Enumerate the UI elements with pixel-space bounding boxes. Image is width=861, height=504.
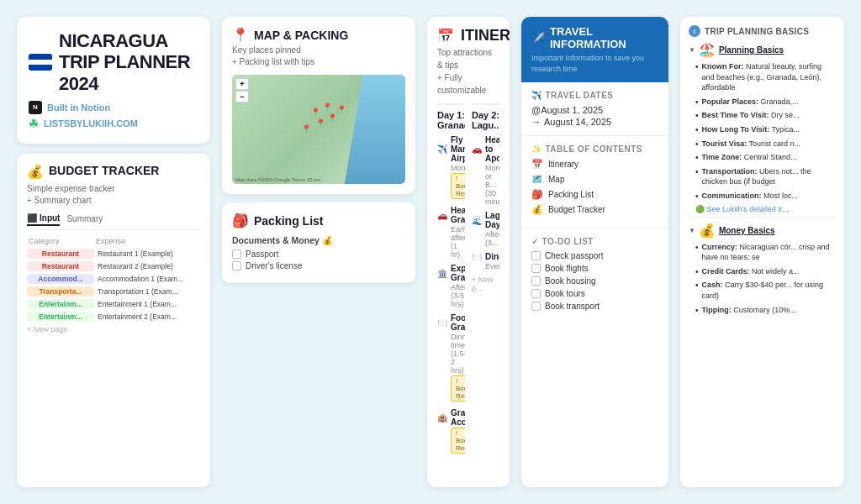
todo-checkbox[interactable] [531, 251, 541, 260]
budget-header: 💰 BUDGET TRACKER [27, 164, 200, 180]
map-pin[interactable]: 📍 [310, 108, 320, 117]
itinerary-item: 🌊 Laguna... Day Tr... Afternoon (3... [472, 211, 499, 247]
bullet-icon: • [695, 62, 699, 71]
planning-text: How Long To Visit: Typica... [702, 124, 800, 135]
itinerary-item: 🏛️ Explore Granada Afternoon (3-5 hrs) [437, 264, 465, 308]
travel-info-header: ✈️ TRAVEL INFORMATION Important Informat… [521, 17, 668, 82]
toc-item-map[interactable]: 🗺️ Map [531, 174, 658, 185]
budget-tab-summary[interactable]: Summary [66, 213, 103, 226]
itinerary-item: 🚗 Head to Granada Early afternoon (1 hr) [437, 206, 465, 259]
bullet-icon: • [695, 267, 699, 276]
nicaragua-flag-icon [29, 54, 52, 71]
expense-text: Accommodation 1 (Exam... [98, 275, 200, 283]
planning-text: Tipping: Customary (10%... [702, 305, 796, 316]
expense-text: Entertainment 2 (Exam... [98, 312, 200, 321]
todo-check-icon: ✓ [531, 237, 539, 246]
day2-column: Day 2: Lagu... 🚗 Head to Apoyo Morning o… [472, 103, 499, 487]
booking-badge: ! Booking Required [451, 375, 465, 402]
toc-map-icon: 🗺️ [531, 174, 543, 185]
travel-info-subtitle: Important Information to save you resear… [531, 53, 658, 74]
category-tag: Accommod... [27, 274, 94, 284]
date-row2: → August 14, 2025 [531, 117, 658, 127]
toc-icon: ✨ [531, 144, 542, 154]
planning-item: • Communication: Most loc... [689, 191, 836, 202]
planning-item: • Popular Places: Granada,... [689, 97, 836, 108]
budget-row: Entertainm... Entertainment 2 (Exam... [27, 312, 200, 322]
map-zoom-out-btn[interactable]: − [235, 91, 249, 102]
notion-icon: N [29, 101, 42, 114]
bullet-icon: • [695, 111, 699, 120]
triangle-icon: ▼ [689, 46, 695, 54]
toc-label: ✨ TABLE OF CONTENTS [531, 144, 658, 154]
toc-itinerary-icon: 📅 [531, 159, 543, 170]
col-category: Category [29, 237, 96, 245]
toc-section: ✨ TABLE OF CONTENTS 📅 Itinerary 🗺️ Map 🎒… [521, 136, 668, 228]
itinerary-item: ✈️ Fly to Managua Airport Morning ! Book… [437, 135, 465, 201]
map-pin[interactable]: 📍 [336, 105, 346, 114]
day2-header: Day 2: Lagu... [472, 110, 499, 130]
item-title: Explore Granada [451, 264, 465, 282]
toc-item-packing[interactable]: 🎒 Packing List [531, 189, 658, 200]
item-header: 🌊 Laguna... Day Tr... [472, 211, 499, 229]
day1-column: Day 1: Granada 5 ✈️ Fly to Managua Airpo… [437, 103, 465, 487]
todo-item-tours: Book tours [531, 289, 658, 298]
map-zoom-in-btn[interactable]: + [235, 78, 249, 90]
planning-panel: i TRIP PLANNING BASICS ▼ 🏖️ Planning Bas… [680, 17, 844, 487]
planning-item: • Best Time To Visit: Dry se... [689, 110, 836, 121]
planning-item: • Time Zone: Central Stand... [689, 152, 836, 163]
bullet-icon: • [695, 306, 699, 315]
todo-checkbox[interactable] [531, 276, 541, 286]
planning-text: Known For: Natural beauty, surfing and b… [702, 61, 836, 93]
budget-rows: Restaurant Restaurant 1 (Example) Restau… [27, 249, 200, 322]
notion-badge: N Built in Notion [29, 101, 198, 114]
map-pin[interactable]: 📍 [322, 102, 332, 112]
planning-text: Communication: Most loc... [702, 191, 799, 202]
budget-table-header: Category Expense [27, 237, 200, 245]
planning-text: Transportation: Ubers not... the chicken… [702, 166, 836, 187]
map-attribution: Map data ©2024 Google Terms 20 km [235, 177, 320, 182]
planning-basics-label: Planning Basics [719, 45, 784, 55]
map-section-header: 📍 MAP & PACKING [232, 27, 405, 43]
itinerary-title: ITINERARY [461, 27, 510, 45]
map-controls: + − [235, 78, 249, 102]
planning-text: Credit Cards: Not widely a... [702, 266, 800, 277]
day2-new-page-btn[interactable]: + New p... [472, 276, 499, 292]
item-header: 🏛️ Explore Granada [437, 264, 465, 282]
packing-category: Documents & Money 💰 [232, 235, 405, 246]
todo-checkbox[interactable] [531, 264, 541, 273]
planning-item: • How Long To Visit: Typica... [689, 124, 836, 135]
budget-panel: 💰 BUDGET TRACKER Simple expense tracker … [17, 154, 210, 487]
see-link-text: 🟢 See Lukiih's detailed tr... [695, 205, 789, 213]
see-link[interactable]: 🟢 See Lukiih's detailed tr... [689, 205, 836, 213]
todo-checkbox[interactable] [531, 289, 541, 298]
travel-info-icon: ✈️ [531, 32, 545, 45]
money-icon: 💰 [699, 223, 716, 239]
todo-label-passport: Check passport [545, 251, 603, 260]
toc-item-itinerary[interactable]: 📅 Itinerary [531, 159, 658, 170]
packing-checkbox[interactable] [232, 261, 241, 270]
planning-text: Best Time To Visit: Dry se... [702, 110, 800, 121]
item-title: Dinner [485, 252, 499, 261]
packing-header: 🎒 Packing List [232, 213, 405, 228]
packing-checkbox[interactable] [232, 249, 241, 259]
title-flag: NICARAGUA TRIP PLANNER 2024 [29, 30, 198, 94]
item-header: ✈️ Fly to Managua Airport [437, 135, 465, 163]
budget-new-page-btn[interactable]: + New page [27, 325, 200, 333]
map-pin[interactable]: 📍 [315, 118, 325, 128]
map-pin[interactable]: 📍 [301, 124, 311, 134]
packing-title: Packing List [254, 214, 323, 228]
day2-label: Day 2: Lagu... [472, 110, 499, 130]
booking-badge: ! Booking Required [451, 428, 465, 454]
clover-icon: ☘ [29, 118, 39, 130]
item-header: 🏨 Granada Accommodation [437, 408, 465, 427]
toc-item-budget[interactable]: 💰 Budget Tracker [531, 204, 658, 215]
itinerary-emoji: 📅 [437, 28, 454, 44]
todo-checkbox[interactable] [531, 302, 541, 311]
triangle-icon: ▼ [689, 227, 695, 234]
toc-itinerary-label: Itinerary [548, 160, 578, 169]
packing-item: Passport [232, 249, 405, 259]
item-header: 🍽️ Food in Granada [437, 313, 465, 332]
map-section: 📍 MAP & PACKING Key places pinned + Pack… [222, 17, 415, 194]
budget-title: BUDGET TRACKER [49, 164, 159, 177]
budget-tab-input[interactable]: ⬛ Input [27, 213, 60, 226]
